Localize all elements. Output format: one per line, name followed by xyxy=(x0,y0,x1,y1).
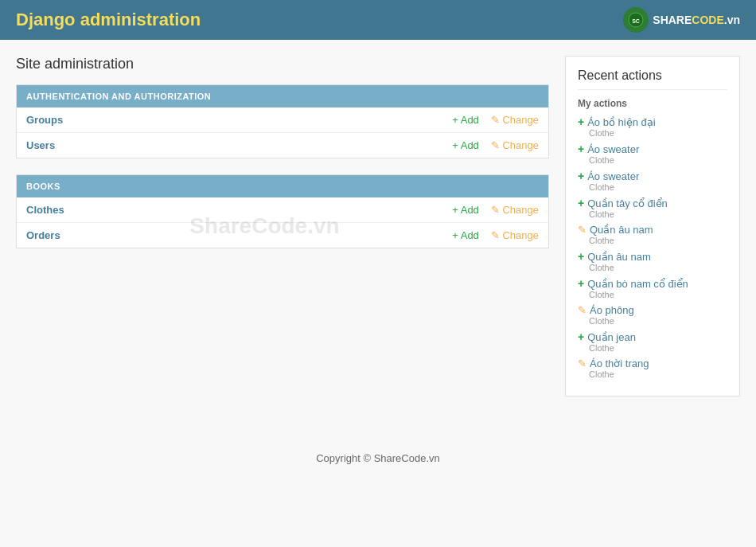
groups-label: Groups xyxy=(26,114,452,126)
action-item-sub: Clothe xyxy=(578,236,727,245)
action-item-name: Quần bò nam cổ điển xyxy=(587,278,688,290)
clothes-change-button[interactable]: ✎ Change xyxy=(491,204,539,216)
action-item-name: Quần âu nam xyxy=(587,251,651,263)
action-item: ✎Áo thời trangClothe xyxy=(578,358,727,379)
action-item-sub: Clothe xyxy=(578,182,727,192)
auth-module-header: AUTHENTICATION AND AUTHORIZATION xyxy=(17,85,548,107)
action-item-sub: Clothe xyxy=(578,209,727,219)
action-item-name: Áo sweater xyxy=(587,143,639,155)
add-icon: + xyxy=(578,330,584,343)
books-module-header: BOOKS xyxy=(17,175,548,197)
add-icon: + xyxy=(578,170,584,182)
header: Django administration SC SHARECODE.vn xyxy=(0,0,756,40)
add-icon: + xyxy=(578,250,584,263)
action-item: +Áo sweaterClothe xyxy=(578,143,727,165)
clothes-label: Clothes xyxy=(26,204,452,216)
action-item: ✎Quần âu namClothe xyxy=(578,224,727,245)
orders-row: Orders + Add ✎ Change xyxy=(17,223,548,248)
logo-icon: SC xyxy=(623,7,649,33)
footer-text: Copyright © ShareCode.vn xyxy=(316,452,440,464)
groups-add-button[interactable]: + Add xyxy=(452,114,479,126)
action-item-sub: Clothe xyxy=(578,343,727,353)
groups-row: Groups + Add ✎ Change xyxy=(17,107,548,133)
clothes-add-button[interactable]: + Add xyxy=(452,204,479,216)
my-actions-title: My actions xyxy=(578,98,727,109)
action-item-link[interactable]: +Quần bò nam cổ điển xyxy=(578,277,727,290)
add-icon: + xyxy=(578,143,584,155)
recent-actions-title: Recent actions xyxy=(578,68,727,90)
action-item-name: Quần tây cổ điển xyxy=(587,197,668,209)
action-item-link[interactable]: +Quần tây cổ điển xyxy=(578,197,727,209)
action-item-link[interactable]: +Quần âu nam xyxy=(578,250,727,263)
main-content: ShareCode.vn Site administration AUTHENT… xyxy=(0,40,756,412)
action-item: +Quần tây cổ điểnClothe xyxy=(578,197,727,219)
orders-add-button[interactable]: + Add xyxy=(452,229,479,241)
action-item: +Quần jeanClothe xyxy=(578,330,727,353)
app-title: Django administration xyxy=(16,10,201,30)
groups-change-button[interactable]: ✎ Change xyxy=(491,114,539,126)
action-item-link[interactable]: +Áo bồ hiện đại xyxy=(578,115,727,128)
change-icon: ✎ xyxy=(578,358,586,369)
users-actions: + Add ✎ Change xyxy=(452,139,539,151)
action-item-link[interactable]: ✎Áo thời trang xyxy=(578,358,727,369)
action-item-name: Áo thời trang xyxy=(590,358,649,369)
action-item: +Áo bồ hiện đạiClothe xyxy=(578,115,727,138)
action-item-sub: Clothe xyxy=(578,155,727,165)
page-title: Site administration xyxy=(16,56,549,72)
actions-list: +Áo bồ hiện đạiClothe+Áo sweaterClothe+Á… xyxy=(578,115,727,379)
action-item-sub: Clothe xyxy=(578,128,727,138)
action-item-link[interactable]: +Áo sweater xyxy=(578,170,727,182)
action-item-sub: Clothe xyxy=(578,369,727,379)
svg-text:SC: SC xyxy=(632,18,640,24)
action-item-name: Áo phông xyxy=(590,304,634,316)
action-item-sub: Clothe xyxy=(578,263,727,272)
action-item-link[interactable]: +Quần jean xyxy=(578,330,727,343)
clothes-row: Clothes + Add ✎ Change xyxy=(17,197,548,223)
action-item: ✎Áo phôngClothe xyxy=(578,304,727,326)
action-item-name: Quần jean xyxy=(587,331,636,343)
add-icon: + xyxy=(578,115,584,128)
orders-actions: + Add ✎ Change xyxy=(452,229,539,241)
add-icon: + xyxy=(578,197,584,209)
orders-change-button[interactable]: ✎ Change xyxy=(491,229,539,241)
users-label: Users xyxy=(26,139,452,151)
action-item: +Quần bò nam cổ điểnClothe xyxy=(578,277,727,299)
footer: Copyright © ShareCode.vn xyxy=(0,436,756,480)
logo-text: SHARECODE.vn xyxy=(653,14,740,26)
right-panel: Recent actions My actions +Áo bồ hiện đạ… xyxy=(565,56,740,397)
action-item-name: Quần âu nam xyxy=(590,224,653,236)
users-row: Users + Add ✎ Change xyxy=(17,133,548,158)
action-item-name: Áo sweater xyxy=(587,170,639,182)
users-add-button[interactable]: + Add xyxy=(452,139,479,151)
books-module: BOOKS Clothes + Add ✎ Change Orders + Ad… xyxy=(16,174,549,248)
action-item-link[interactable]: ✎Áo phông xyxy=(578,304,727,316)
left-panel: Site administration AUTHENTICATION AND A… xyxy=(16,56,549,397)
action-item-sub: Clothe xyxy=(578,316,727,326)
orders-label: Orders xyxy=(26,229,452,241)
change-icon: ✎ xyxy=(578,304,586,316)
logo: SC SHARECODE.vn xyxy=(623,7,740,33)
clothes-actions: + Add ✎ Change xyxy=(452,204,539,216)
auth-module: AUTHENTICATION AND AUTHORIZATION Groups … xyxy=(16,84,549,158)
action-item: +Quần âu namClothe xyxy=(578,250,727,272)
users-change-button[interactable]: ✎ Change xyxy=(491,139,539,151)
action-item: +Áo sweaterClothe xyxy=(578,170,727,192)
action-item-link[interactable]: ✎Quần âu nam xyxy=(578,224,727,236)
action-item-link[interactable]: +Áo sweater xyxy=(578,143,727,155)
action-item-name: Áo bồ hiện đại xyxy=(587,116,655,128)
action-item-sub: Clothe xyxy=(578,290,727,299)
change-icon: ✎ xyxy=(578,224,586,236)
groups-actions: + Add ✎ Change xyxy=(452,114,539,126)
add-icon: + xyxy=(578,277,584,290)
